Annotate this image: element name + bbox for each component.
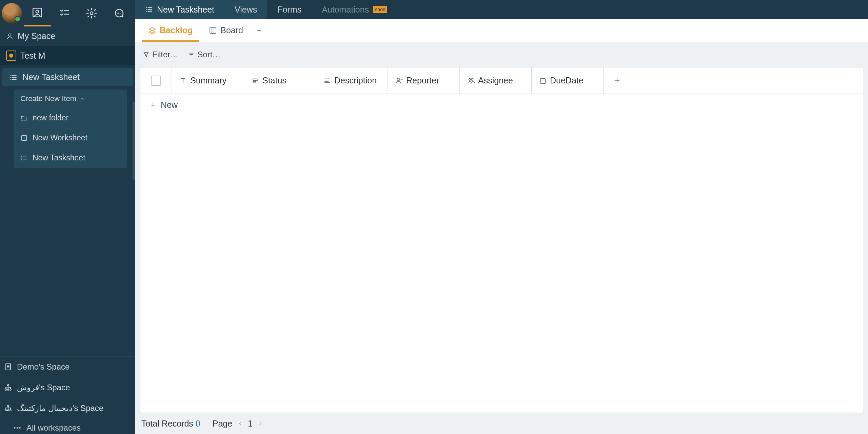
column-duedate[interactable]: DueDate bbox=[531, 67, 603, 94]
building-icon bbox=[4, 363, 12, 371]
col-label: Description bbox=[334, 76, 377, 85]
create-popup-title: Create New Item bbox=[20, 94, 76, 103]
column-reporter[interactable]: Reporter bbox=[388, 67, 459, 94]
column-summary[interactable]: Summary bbox=[172, 67, 244, 94]
cp-item-label: New Worksheet bbox=[33, 133, 87, 142]
soon-badge: soon bbox=[373, 6, 387, 13]
sort-button[interactable]: Sort… bbox=[188, 50, 220, 59]
total-records-value: 0 bbox=[196, 419, 200, 428]
svg-point-24 bbox=[17, 427, 18, 429]
create-new-tasksheet[interactable]: New Tasksheet bbox=[14, 148, 127, 168]
space-label: فروش's Space bbox=[17, 383, 70, 392]
cp-item-label: New Tasksheet bbox=[33, 153, 85, 162]
view-tab-backlog[interactable]: Backlog bbox=[140, 19, 201, 42]
svg-point-13 bbox=[21, 159, 22, 160]
filter-button[interactable]: Filter… bbox=[143, 50, 178, 59]
sidebar-all-workspaces[interactable]: All workspaces bbox=[0, 418, 135, 434]
chat-icon bbox=[113, 7, 124, 19]
col-label: Reporter bbox=[406, 76, 439, 85]
filter-icon bbox=[143, 51, 150, 58]
svg-point-4 bbox=[118, 13, 119, 14]
main-area: New Tasksheet Views Forms Automations so… bbox=[135, 0, 868, 434]
tab-label: Automations bbox=[322, 5, 369, 15]
column-status[interactable]: Status bbox=[244, 67, 316, 94]
status-icon bbox=[252, 77, 259, 84]
svg-rect-29 bbox=[210, 28, 216, 33]
col-label: Summary bbox=[190, 76, 226, 85]
all-workspaces-label: All workspaces bbox=[26, 423, 81, 433]
tab-forms[interactable]: Forms bbox=[267, 0, 312, 19]
page-number: 1 bbox=[248, 419, 253, 429]
worksheet-add-icon bbox=[20, 134, 28, 142]
create-popup-header[interactable]: Create New Item bbox=[14, 90, 127, 108]
nav-spaces[interactable] bbox=[24, 0, 51, 26]
column-description[interactable]: Description bbox=[316, 67, 388, 94]
chevron-right-icon[interactable] bbox=[257, 420, 263, 427]
profile-avatar[interactable] bbox=[0, 3, 24, 23]
user-icon bbox=[6, 33, 14, 40]
select-all-checkbox[interactable] bbox=[140, 76, 172, 86]
gear-icon bbox=[86, 7, 97, 19]
plus-icon bbox=[613, 77, 621, 84]
list-icon bbox=[9, 73, 18, 81]
tab-label: Views bbox=[235, 5, 257, 15]
sidebar-space-marketing[interactable]: دیجیتال مارکتینگ's Space bbox=[0, 398, 135, 418]
svg-rect-0 bbox=[33, 8, 42, 17]
tab-new-tasksheet[interactable]: New Tasksheet bbox=[135, 0, 224, 19]
tasksheet-add-icon bbox=[20, 154, 28, 162]
grid-body bbox=[140, 116, 863, 413]
sidebar-space-sales[interactable]: فروش's Space bbox=[0, 377, 135, 398]
sidebar-space-demo[interactable]: Demo's Space bbox=[0, 356, 135, 377]
user-space-icon bbox=[6, 51, 16, 61]
top-nav bbox=[0, 0, 135, 26]
org-icon bbox=[4, 404, 12, 412]
create-new-folder[interactable]: new folder bbox=[14, 108, 127, 128]
column-assignee[interactable]: Assignee bbox=[459, 67, 531, 94]
nav-settings[interactable] bbox=[78, 0, 105, 26]
tab-label: New Tasksheet bbox=[157, 5, 214, 15]
add-view-tab[interactable] bbox=[251, 27, 267, 34]
board-icon bbox=[209, 26, 217, 35]
svg-point-12 bbox=[21, 157, 22, 158]
add-column-button[interactable] bbox=[603, 67, 630, 94]
col-label: Status bbox=[262, 76, 287, 85]
list-icon bbox=[145, 6, 153, 13]
nav-chat[interactable] bbox=[105, 0, 132, 26]
svg-point-1 bbox=[36, 10, 39, 13]
chevron-up-icon bbox=[80, 96, 85, 101]
total-records: Total Records 0 bbox=[141, 419, 200, 429]
sort-icon bbox=[188, 51, 195, 58]
svg-point-2 bbox=[90, 12, 93, 15]
svg-point-27 bbox=[146, 9, 147, 10]
svg-point-11 bbox=[21, 156, 22, 157]
tab-automations[interactable]: Automations soon bbox=[312, 0, 397, 19]
tree-item-label: New Tasksheet bbox=[22, 72, 80, 82]
nav-tasks[interactable] bbox=[51, 0, 78, 26]
pagination: Total Records 0 Page 1 bbox=[135, 413, 868, 434]
calendar-icon bbox=[539, 77, 547, 84]
sidebar: My Space Test M New Tasksheet Create New… bbox=[0, 0, 135, 434]
tab-views[interactable]: Views bbox=[224, 0, 267, 19]
sidebar-my-space[interactable]: My Space bbox=[0, 26, 135, 46]
org-icon bbox=[4, 383, 12, 392]
add-new-row[interactable]: New bbox=[140, 94, 863, 116]
my-space-label: My Space bbox=[18, 31, 55, 41]
space-label: Demo's Space bbox=[17, 362, 70, 372]
sidebar-item-new-tasksheet[interactable]: New Tasksheet bbox=[2, 68, 133, 86]
sidebar-current-user-space[interactable]: Test M bbox=[0, 46, 135, 65]
layers-icon bbox=[148, 26, 156, 35]
sidebar-scrollbar[interactable] bbox=[133, 102, 135, 180]
plus-icon bbox=[256, 27, 262, 34]
sort-label: Sort… bbox=[197, 50, 220, 59]
view-tab-board[interactable]: Board bbox=[201, 19, 251, 42]
view-tab-label: Board bbox=[220, 25, 243, 35]
text-icon bbox=[179, 77, 187, 84]
create-new-worksheet[interactable]: New Worksheet bbox=[14, 128, 127, 148]
col-label: Assignee bbox=[478, 76, 513, 85]
plus-icon bbox=[150, 102, 156, 108]
svg-rect-14 bbox=[6, 364, 11, 370]
create-new-item-popup: Create New Item new folder New Worksheet… bbox=[14, 90, 127, 168]
chevron-left-icon[interactable] bbox=[237, 420, 243, 427]
svg-point-34 bbox=[471, 78, 473, 80]
grid: Summary Status Description Reporter Assi… bbox=[140, 67, 863, 413]
